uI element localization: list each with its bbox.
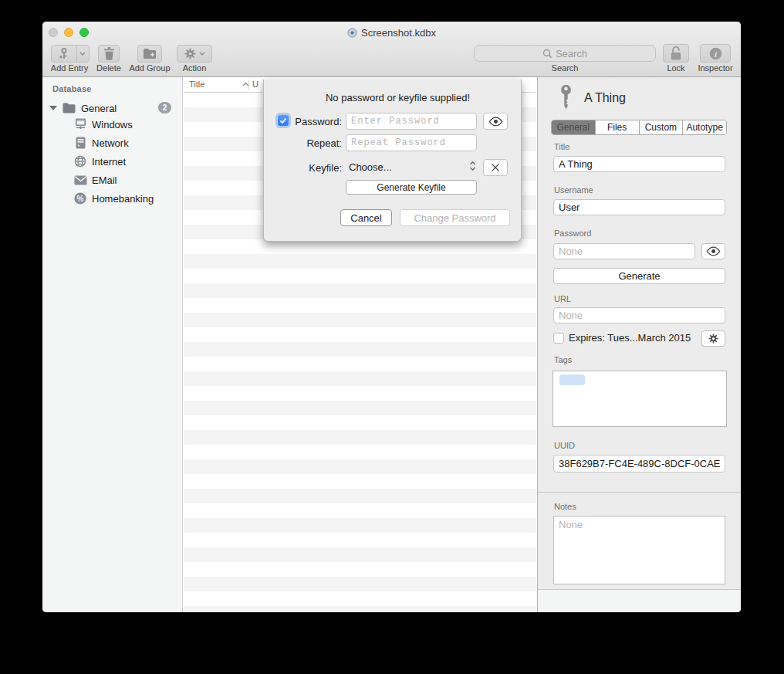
delete-label: Delete <box>96 63 121 73</box>
search-input[interactable]: Search <box>474 45 656 62</box>
monitor-icon <box>73 118 87 130</box>
delete-button[interactable] <box>98 45 120 63</box>
sidebar-item-homebanking[interactable]: % Homebanking <box>42 189 182 208</box>
url-field[interactable] <box>553 307 725 323</box>
svg-text:%: % <box>77 195 84 203</box>
password-field[interactable] <box>553 243 695 259</box>
sidebar-item-label: Homebanking <box>92 193 154 205</box>
sidebar-item-windows[interactable]: Windows <box>42 115 182 134</box>
column-header-title[interactable]: Title <box>189 80 204 89</box>
separator <box>538 492 741 493</box>
search-label: Search <box>552 63 579 73</box>
trash-icon <box>103 47 115 60</box>
sidebar-item-network[interactable]: Network <box>42 134 182 152</box>
add-group-label: Add Group <box>129 63 170 73</box>
sidebar-item-internet[interactable]: Internet <box>42 152 182 171</box>
tab-files[interactable]: Files <box>596 120 640 134</box>
chevron-down-icon[interactable] <box>77 52 89 56</box>
sidebar-group-label: General <box>81 103 117 114</box>
change-password-button: Change Password <box>400 209 510 226</box>
generate-password-button[interactable]: Generate <box>553 268 725 284</box>
add-group-button[interactable] <box>137 45 162 63</box>
sidebar-header: Database <box>52 84 92 93</box>
entry-title: A Thing <box>584 91 626 105</box>
envelope-icon <box>73 175 87 185</box>
sidebar: Database General 2 Windows Network <box>42 77 183 612</box>
eye-icon <box>488 117 503 127</box>
keyfile-popup[interactable]: Choose... <box>349 161 392 173</box>
app-window: Screenshot.kdbx Add Entry Delete Add <box>42 22 741 612</box>
uuid-field[interactable] <box>553 455 725 472</box>
stepper-chevrons-icon[interactable] <box>469 161 476 171</box>
inspector-panel: A Thing General Files Custom Autotype Ti… <box>537 77 741 612</box>
sheet-repeat-label: Repeat: <box>306 137 342 149</box>
password-checkbox[interactable] <box>278 115 289 126</box>
add-entry-button[interactable] <box>51 45 90 63</box>
info-icon: i <box>709 47 722 60</box>
inspector-button[interactable]: i <box>700 44 731 63</box>
sidebar-item-label: Internet <box>92 156 126 168</box>
sheet-reveal-password-button[interactable] <box>483 113 508 130</box>
column-header-username[interactable]: U <box>252 80 259 89</box>
chevron-down-icon <box>199 52 205 56</box>
password-field-label: Password <box>554 229 591 238</box>
search-placeholder: Search <box>556 48 587 59</box>
sheet-message: No password or keyfile supplied! <box>264 92 521 103</box>
key-icon <box>558 85 574 110</box>
open-padlock-icon <box>670 46 682 61</box>
percent-icon: % <box>73 192 87 205</box>
action-button[interactable] <box>177 45 212 63</box>
expires-row: Expires: Tues...March 2015 <box>553 332 691 344</box>
expires-settings-button[interactable] <box>701 330 725 347</box>
window-title-area: Screenshot.kdbx <box>42 22 741 43</box>
document-proxy-icon <box>347 28 357 38</box>
notes-label: Notes <box>554 502 576 511</box>
window-title: Screenshot.kdbx <box>361 27 436 39</box>
sheet-password-input[interactable] <box>346 113 477 130</box>
generate-keyfile-button[interactable]: Generate Keyfile <box>346 180 477 195</box>
sheet-repeat-input[interactable] <box>346 134 477 151</box>
folder-icon <box>63 103 76 113</box>
tab-custom[interactable]: Custom <box>640 120 684 134</box>
tags-label: Tags <box>554 355 572 364</box>
title-field-label: Title <box>554 142 569 151</box>
change-password-sheet: No password or keyfile supplied! Passwor… <box>263 80 522 242</box>
key-plus-icon <box>52 47 76 60</box>
sidebar-item-label: Network <box>92 137 129 149</box>
tag-pill[interactable] <box>559 374 585 385</box>
gear-icon <box>184 47 197 60</box>
disclosure-triangle-icon[interactable] <box>49 106 57 110</box>
expires-checkbox[interactable] <box>553 333 564 344</box>
reveal-password-button[interactable] <box>701 243 725 259</box>
eye-icon <box>706 246 721 256</box>
tags-box[interactable] <box>553 371 727 427</box>
tab-general[interactable]: General <box>552 120 596 134</box>
inspector-tabs: General Files Custom Autotype <box>551 120 727 135</box>
username-field[interactable] <box>553 199 725 215</box>
uuid-label: UUID <box>554 441 575 450</box>
lock-button[interactable] <box>663 44 689 63</box>
folder-plus-icon <box>143 48 157 59</box>
globe-icon <box>73 155 87 168</box>
cancel-button[interactable]: Cancel <box>340 209 392 226</box>
window-chrome: Screenshot.kdbx Add Entry Delete Add <box>42 22 741 77</box>
inspector-footer <box>538 590 741 612</box>
username-field-label: Username <box>554 185 593 195</box>
notes-area[interactable] <box>553 516 725 584</box>
tab-autotype[interactable]: Autotype <box>683 120 726 134</box>
column-divider[interactable] <box>248 80 249 90</box>
server-icon <box>73 137 87 149</box>
clear-keyfile-button[interactable] <box>483 159 508 176</box>
inspector-label: Inspector <box>698 63 732 73</box>
expires-label: Expires: Tues...March 2015 <box>569 332 691 344</box>
action-label: Action <box>183 63 207 73</box>
title-field[interactable] <box>553 156 725 172</box>
sheet-password-label: Password: <box>295 116 342 127</box>
close-x-icon <box>491 163 500 172</box>
url-field-label: URL <box>554 294 571 303</box>
sidebar-item-email[interactable]: EMail <box>42 171 182 189</box>
add-entry-label: Add Entry <box>51 63 88 73</box>
sidebar-item-label: EMail <box>92 174 117 186</box>
magnifier-icon <box>542 49 553 59</box>
gear-icon <box>708 333 719 344</box>
